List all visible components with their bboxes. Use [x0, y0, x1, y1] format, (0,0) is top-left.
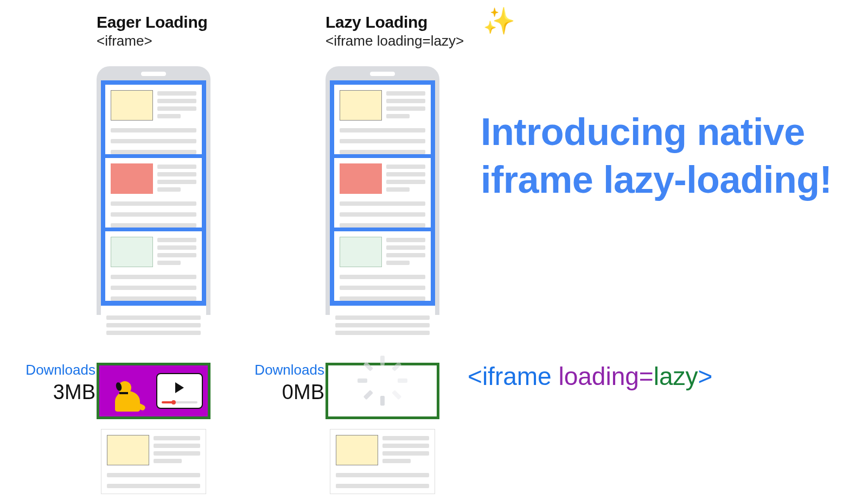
downloads-value: 3MB: [10, 381, 95, 404]
code-snippet: <iframe loading=lazy>: [468, 362, 712, 391]
code-token-value: lazy: [654, 362, 698, 390]
content-card: [330, 429, 435, 494]
content-card: [105, 158, 202, 228]
overflow-card: [330, 306, 435, 355]
headline: Introducing native iframe lazy-loading!: [481, 109, 846, 204]
code-token-eq: =: [639, 362, 654, 390]
eager-subtitle: <iframe>: [97, 33, 207, 49]
content-card: [105, 85, 202, 154]
code-token-attr: loading: [558, 362, 639, 390]
lazy-title: Lazy Loading: [326, 13, 464, 31]
overflow-card: [101, 306, 206, 355]
eager-title: Eager Loading: [97, 13, 207, 31]
code-token-bracket: <: [468, 362, 482, 390]
phone-viewport: [101, 80, 206, 315]
thumbnail-icon: [340, 237, 382, 267]
phone-eager: [97, 66, 210, 315]
thumbnail-icon: [111, 237, 153, 267]
thumbnail-icon: [340, 90, 382, 121]
downloads-label: Downloads: [10, 362, 95, 378]
eager-heading: Eager Loading <iframe>: [97, 13, 207, 49]
lazy-heading: Lazy Loading <iframe loading=lazy>: [326, 13, 464, 49]
code-token-space: [552, 362, 559, 390]
loading-spinner-icon: [367, 376, 398, 406]
iframe-loaded-tile: [97, 363, 210, 419]
thumbnail-icon: [336, 435, 378, 465]
phone-speaker: [370, 72, 395, 76]
phone-speaker: [141, 72, 166, 76]
dog-icon: [104, 370, 151, 412]
video-player-icon: [156, 373, 203, 409]
lazy-downloads: Downloads 0MB: [224, 362, 324, 404]
content-card: [101, 429, 206, 494]
thumbnail-icon: [107, 435, 149, 465]
downloads-label: Downloads: [224, 362, 324, 378]
lazy-subtitle: <iframe loading=lazy>: [326, 33, 464, 49]
code-token-tag: iframe: [482, 362, 552, 390]
thumbnail-icon: [340, 163, 382, 194]
iframe-placeholder-tile: [326, 363, 439, 419]
diagram-stage: Eager Loading <iframe> Lazy Loading <ifr…: [0, 0, 868, 499]
phone-lazy: [326, 66, 439, 315]
thumbnail-icon: [111, 163, 153, 194]
phone-viewport: [330, 80, 435, 315]
content-card: [334, 231, 431, 301]
code-token-bracket: >: [698, 362, 713, 390]
content-card: [105, 231, 202, 301]
thumbnail-icon: [111, 90, 153, 121]
content-card: [334, 85, 431, 154]
sparkles-icon: ✨: [483, 5, 515, 36]
eager-downloads: Downloads 3MB: [10, 362, 95, 404]
downloads-value: 0MB: [224, 381, 324, 404]
content-card: [334, 158, 431, 228]
